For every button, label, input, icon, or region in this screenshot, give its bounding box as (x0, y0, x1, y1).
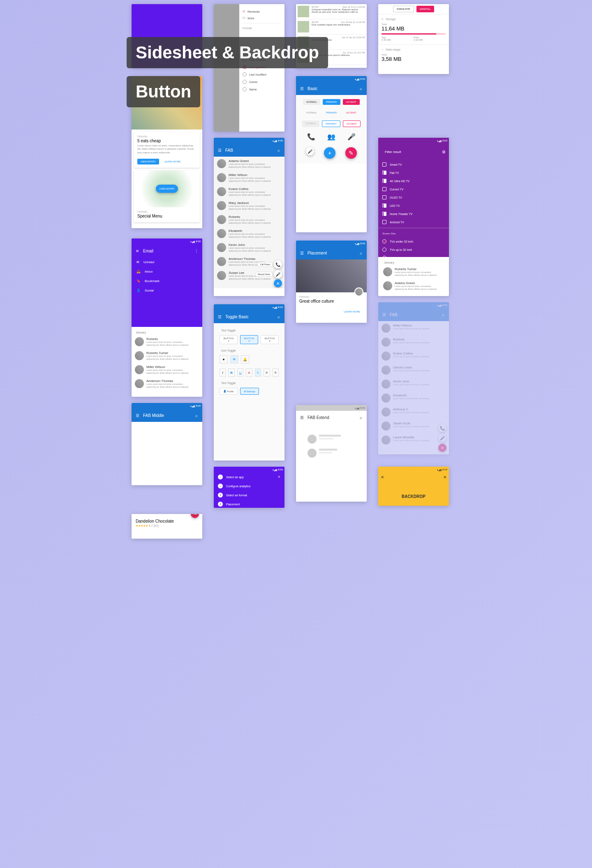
item-work[interactable]: ☐ Work (243, 15, 281, 21)
eye-icon[interactable]: 👁 (230, 355, 238, 363)
close-fab2[interactable]: ✕ (438, 444, 446, 452)
contact-item[interactable]: Miller WilsonLorem ipsum dolor sit amet,… (132, 363, 202, 377)
contact-item[interactable]: Evans CollinsLorem ipsum dolor sit amet,… (378, 349, 449, 363)
filter-tv-item[interactable]: Home Theater TV (378, 210, 449, 218)
view-entry-button[interactable]: VIEW ENTRY (137, 159, 159, 164)
nav-social[interactable]: 👤 Social (132, 286, 202, 295)
mic-icon[interactable]: 🎤 (347, 133, 356, 141)
menu-icon[interactable]: ☰ (217, 148, 222, 153)
contact-item[interactable]: ElizabethLorem ipsum dolor sit amet, con… (378, 391, 449, 405)
news-item[interactable]: SPORTSun, 09 Mar 18, 12:49 PM Duis sodal… (296, 19, 367, 35)
author-avatar[interactable] (354, 287, 363, 296)
primary-btn[interactable]: PRIMARY (323, 99, 340, 105)
settings-button[interactable]: ⚙ Settings (240, 388, 259, 395)
menu-icon[interactable]: ☰ (135, 413, 140, 418)
filter-size-item[interactable]: TVs up to 32 inch (378, 245, 449, 254)
filter-tv-item[interactable]: OLED TV (378, 193, 449, 201)
filter-tv-item[interactable]: 4K Ultra HD TV (378, 177, 449, 185)
button2[interactable]: BUTTON 2 (240, 335, 258, 344)
search-icon[interactable]: ⌕ (276, 314, 281, 319)
bold-icon[interactable]: B (228, 368, 234, 377)
nav-bookmark[interactable]: 🔖 Bookmark (132, 276, 202, 286)
menu-icon[interactable]: ☰ (299, 250, 304, 255)
menu-icon[interactable]: ☰ (382, 312, 386, 317)
step-4[interactable]: 4 Placement (214, 500, 284, 508)
people-icon[interactable]: 👥 (327, 133, 335, 141)
more-icon[interactable]: ⋮ (194, 248, 199, 253)
contact-item[interactable]: RobertsLorem ipsum dolor sit amet, conse… (378, 335, 449, 349)
contact-item[interactable]: Evans CollinsLorem ipsum dolor sit amet,… (214, 185, 284, 199)
close-icon[interactable]: ✕ (381, 475, 384, 479)
learn-more-btn[interactable]: LEARN MORE (340, 309, 363, 315)
fab-mic[interactable]: 🎤 (306, 147, 314, 155)
align-center-icon[interactable]: ≡ (264, 368, 270, 377)
text-color-icon[interactable]: A (246, 368, 252, 377)
add-entry-button[interactable]: + ADD ENTRY (156, 185, 178, 193)
fab-edit[interactable]: ✎ (345, 147, 357, 159)
contact-item[interactable]: Anderson ThomasLorem ipsum dolor sit ame… (214, 255, 284, 269)
contact-item[interactable]: Garcia LewisLorem ipsum dolor sit amet, … (378, 363, 449, 377)
button1[interactable]: BUTTON 1 (220, 335, 238, 344)
contact-item[interactable]: ElizabethLorem ipsum dolor sit amet, con… (214, 227, 284, 241)
button3[interactable]: BUTTON 3 (261, 335, 279, 344)
contact-item[interactable]: Miller WilsonLorem ipsum dolor sit amet,… (214, 171, 284, 185)
tune-icon[interactable]: ⚙ (442, 150, 446, 154)
profile-button[interactable]: 👤 Profile (220, 388, 238, 395)
primary-text[interactable]: PRIMARY (323, 110, 340, 116)
normal-btn[interactable]: NORMAL (303, 99, 320, 105)
menu-icon[interactable]: ☰ (217, 314, 222, 319)
search-icon[interactable]: ⌕ (358, 250, 363, 255)
item-reminder[interactable]: ☑ Reminder (243, 8, 281, 15)
primary-outline[interactable]: PRIMARY (322, 120, 340, 127)
menu-icon[interactable]: ☰ (299, 86, 304, 91)
contact-item[interactable]: Miller WilsonLorem ipsum dolor sit amet,… (378, 321, 449, 335)
menu-icon[interactable]: ☰ (299, 415, 304, 420)
align-left-icon[interactable]: ≡ (255, 368, 261, 377)
close-fab[interactable]: ✕ (274, 279, 282, 287)
news-item[interactable]: SPORTWed, 20 Jul 13, 9:33 AM Quisque imp… (296, 4, 367, 19)
learn-more-button[interactable]: LEARN MORE (161, 159, 184, 164)
search-icon[interactable]: ⌕ (358, 86, 363, 91)
call-fab2[interactable]: 📞 (438, 424, 446, 432)
step-3[interactable]: 3 Select ad format (214, 491, 284, 500)
search-icon[interactable]: ⌕ (358, 415, 363, 420)
contact-item[interactable]: Anthony CLorem ipsum dolor sit amet, con… (378, 405, 449, 419)
italic-icon[interactable]: I (220, 368, 226, 377)
filter-tv-item[interactable]: Android TV (378, 218, 449, 226)
fab-add[interactable]: + (324, 147, 335, 159)
filter-tv-item[interactable]: Flat TV (378, 169, 449, 177)
contact-item[interactable]: Roberts TurnerLorem ipsum dolor sit amet… (380, 265, 447, 279)
phone-missed-icon[interactable]: 📞 (307, 133, 315, 141)
sort-last-modified[interactable]: Last modified (243, 71, 281, 78)
accent-btn[interactable]: ACCENT (343, 99, 360, 105)
contact-item[interactable]: RobertsLorem ipsum dolor sit amet, conse… (214, 213, 284, 227)
sort-owner[interactable]: Owner (243, 78, 281, 86)
close-icon2[interactable]: ✕ (443, 475, 446, 479)
contact-item[interactable]: Mary JacksonLorem ipsum dolor sit amet, … (214, 199, 284, 213)
filter-tv-item[interactable]: Curved TV (378, 185, 449, 193)
accent-text[interactable]: ACCENT (343, 110, 360, 116)
step-2[interactable]: ✓ Configure analytics (214, 481, 284, 491)
contact-item[interactable]: Adams GreenLorem ipsum dolor sit amet, c… (214, 157, 284, 171)
contact-item[interactable]: Anderson ThomasLorem ipsum dolor sit ame… (132, 377, 202, 391)
mic-fab2[interactable]: 🎤 (438, 434, 446, 442)
search-icon[interactable]: ⌕ (441, 312, 446, 317)
contact-item[interactable]: Kevin JohnLorem ipsum dolor sit amet, co… (378, 377, 449, 391)
step-1[interactable]: ✓ Select an app✕ (214, 472, 284, 481)
nav-inbox[interactable]: 📥 Inbox (132, 267, 202, 276)
heart-icon[interactable]: ♥ (220, 355, 228, 363)
underline-icon[interactable]: U (237, 368, 243, 377)
contact-item[interactable]: Adams GreenLorem ipsum dolor sit amet, c… (380, 279, 447, 293)
search-icon[interactable]: ⌕ (194, 413, 199, 418)
contact-item[interactable]: Laura MichelleLorem ipsum dolor sit amet… (378, 433, 449, 447)
call-fab[interactable]: 📞 (274, 260, 282, 269)
sort-name[interactable]: Name (243, 86, 281, 93)
close-icon[interactable]: ✕ (135, 248, 140, 253)
uninstall-btn[interactable]: UNINSTALL (416, 6, 434, 12)
force-stop-btn[interactable]: FORCE STOP (393, 6, 414, 12)
accent-outline[interactable]: ACCENT (343, 120, 361, 127)
contact-item[interactable]: RobertsLorem ipsum dolor sit amet, conse… (132, 335, 202, 349)
normal-text[interactable]: NORMAL (303, 110, 320, 116)
contact-list[interactable]: Adams GreenLorem ipsum dolor sit amet, c… (214, 157, 284, 288)
filter-tv-item[interactable]: LED TV (378, 201, 449, 210)
